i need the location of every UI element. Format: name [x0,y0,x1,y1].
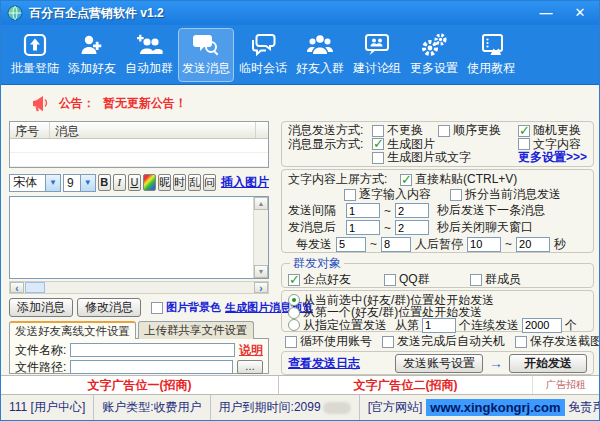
app-logo-icon [7,5,23,21]
interval-to-input[interactable] [395,203,429,218]
browse-button[interactable]: … [237,360,263,374]
count-input[interactable] [522,318,562,333]
user-center-link[interactable]: 111 [用户中心] [1,395,94,420]
announcement-bar: 公告：暂无更新公告！ [1,87,599,119]
tutorial-icon [477,32,505,58]
scroll-up-icon[interactable]: ▲ [254,197,268,210]
file-path-input[interactable] [70,360,233,374]
interval-row: 发送间隔 ~ 秒后发送下一条消息 [288,202,587,219]
pause-to-input[interactable] [381,237,411,252]
from-label: 从第 [395,317,419,334]
option-qidian-friends[interactable]: 企点好友 [288,271,384,288]
toolbar-item-label: 使用教程 [467,60,515,77]
option-cycle-accounts[interactable]: 循环使用账号 [285,333,372,350]
insert-image-link[interactable]: 插入图片 [221,174,269,191]
view-send-log-link[interactable]: 查看发送日志 [288,355,360,372]
close-window-label: 发消息后 [288,219,346,236]
option-image-or-text[interactable]: 生成图片或文字 [372,149,518,166]
column-header-message[interactable]: 消息 [50,122,256,138]
option-qq-group[interactable]: QQ群 [384,271,470,288]
checkbox-icon [372,152,384,164]
pause-to2-input[interactable] [516,237,550,252]
option-group-members[interactable]: 群成员 [470,271,521,288]
checkbox-icon [382,336,394,348]
ad-slot-2[interactable]: 文字广告位二(招商) [279,376,533,394]
message-list[interactable]: 序号 消息 [9,121,269,168]
start-send-button[interactable]: 开始发送 [509,354,587,373]
toolbar-item-friends-into-group[interactable]: 好友入群 [292,28,348,82]
interval-from-input[interactable] [346,203,380,218]
italic-button[interactable]: I [113,174,126,191]
toolbar-item-tutorial[interactable]: 使用教程 [463,28,519,82]
font-color-button[interactable] [143,174,156,191]
pause-from-input[interactable] [336,237,366,252]
insert-random-button[interactable]: 乱 [188,174,201,191]
tab-group-share-settings[interactable]: 上传群共享文件设置 [138,321,254,339]
ad-corner-label[interactable]: 广告招租 [533,378,599,392]
image-bg-checkbox[interactable]: 图片背景色 [145,300,221,315]
close-window-suffix: 秒后关闭聊天窗口 [437,219,533,236]
add-friend-icon [78,32,106,58]
file-path-label: 文件路径: [15,359,66,376]
font-family-value: 宋体 [10,174,40,191]
editor-vertical-scrollbar[interactable]: ▲ ▼ [253,197,268,278]
insert-greeting-button[interactable]: 问 [203,174,216,191]
option-type-by-char[interactable]: 逐字输入内容 [344,186,450,203]
scroll-left-icon[interactable]: ‹ [10,282,24,293]
toolbar-item-more-settings[interactable]: 更多设置 [406,28,462,82]
toolbar-item-batch-login[interactable]: 批量登陆 [7,28,63,82]
file-name-help-link[interactable]: 说明 [239,342,263,359]
toolbar-item-label: 添加好友 [68,60,116,77]
checkbox-icon [518,125,530,137]
radio-specified-position[interactable]: 从指定位置发送 从第 个连续发送 个 [288,319,587,332]
official-site-url[interactable]: www.xingkongrj.com [426,399,564,416]
mid-label: 个连续发送 [459,317,519,334]
underline-button[interactable]: U [128,174,141,191]
editor-horizontal-scrollbar[interactable]: ‹ › [9,281,269,294]
option-save-screenshot[interactable]: 保存发送截图 [515,333,600,350]
option-split-message[interactable]: 拆分当前消息发送 [450,186,561,203]
account-settings-button[interactable]: 发送账号设置 [395,354,483,373]
checkbox-icon [285,336,297,348]
file-settings-panel: 文件名称: 说明 文件路径: … [9,338,269,374]
toolbar-item-label: 发送消息 [182,60,230,77]
message-row-empty[interactable] [10,139,268,153]
scrollbar-track[interactable] [45,282,254,293]
more-settings-link[interactable]: 更多设置>>> [518,149,587,166]
close-button[interactable]: ✕ [571,4,589,22]
close-from-input[interactable] [346,220,380,235]
insert-nickname-button[interactable]: 昵 [158,174,171,191]
official-site-label: [官方网站] [368,399,423,416]
message-row-empty[interactable] [10,153,268,167]
bold-button[interactable]: B [98,174,111,191]
option-label: 生成图片或文字 [387,149,471,166]
toolbar-item-temp-session[interactable]: 临时会话 [235,28,291,82]
disclaimer-link[interactable]: 免责声明 [569,399,600,416]
checkbox-icon [438,125,450,137]
toolbar-item-auto-join-group[interactable]: 自动加群 [121,28,177,82]
edit-message-button[interactable]: 修改消息 [77,298,141,317]
tab-offline-file-settings[interactable]: 发送好友离线文件设置 [9,321,136,339]
toolbar-item-add-friend[interactable]: 添加好友 [64,28,120,82]
start-index-input[interactable] [422,318,456,333]
scrollbar-thumb[interactable] [25,282,45,293]
scroll-right-icon[interactable]: › [254,282,268,293]
font-family-select[interactable]: 宋体 ▼ [9,174,61,192]
target-group-legend: 群发对象 [290,255,344,272]
scroll-down-icon[interactable]: ▼ [254,265,268,278]
minimize-button[interactable]: — [537,4,555,22]
toolbar-item-discussion-group[interactable]: 建讨论组 [349,28,405,82]
ad-slot-1[interactable]: 文字广告位一(招商) [1,376,279,394]
insert-time-button[interactable]: 时 [173,174,186,191]
add-message-button[interactable]: 添加消息 [9,298,73,317]
toolbar-item-send-message[interactable]: 发送消息 [178,28,234,82]
close-to-input[interactable] [395,220,429,235]
file-name-input[interactable] [70,343,235,357]
option-auto-shutdown[interactable]: 发送完成后自动关机 [382,333,505,350]
column-header-index[interactable]: 序号 [10,122,50,138]
message-editor[interactable]: ▲ ▼ [9,196,269,279]
font-size-select[interactable]: 9 ▼ [63,174,96,192]
interval-label: 发送间隔 [288,202,346,219]
pause-from2-input[interactable] [467,237,501,252]
send-message-icon [192,32,220,58]
